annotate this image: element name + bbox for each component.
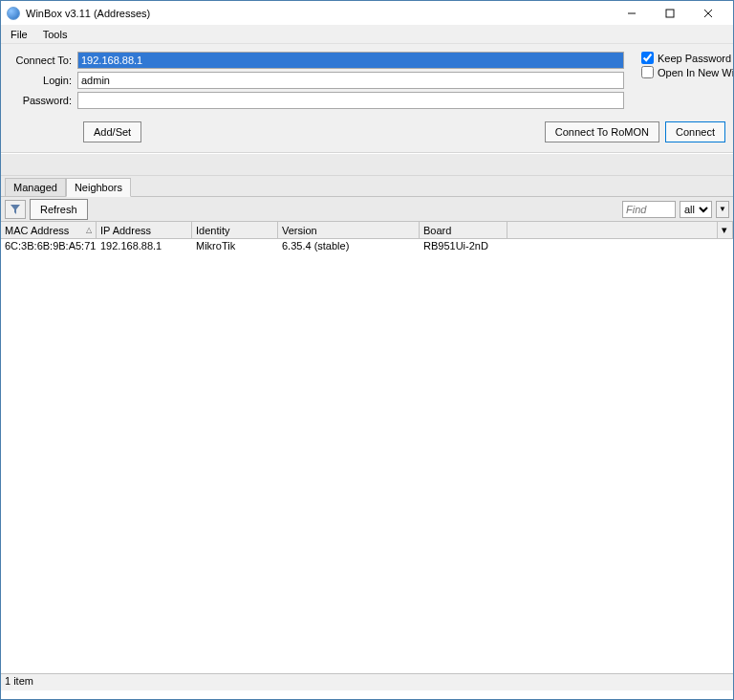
scope-combo[interactable]: all — [680, 201, 712, 218]
table-row[interactable]: 6C:3B:6B:9B:A5:71 192.168.88.1 MikroTik … — [1, 239, 733, 254]
col-ip[interactable]: IP Address — [97, 222, 192, 238]
open-new-window-checkbox[interactable]: Open In New Window — [641, 66, 734, 78]
menu-file[interactable]: File — [5, 27, 33, 42]
password-label: Password: — [9, 95, 77, 106]
app-icon — [7, 7, 20, 20]
tab-managed[interactable]: Managed — [5, 178, 66, 197]
sort-asc-icon: △ — [86, 226, 92, 234]
connect-button[interactable]: Connect — [665, 121, 725, 142]
cell-identity: MikroTik — [192, 239, 278, 254]
window-title: WinBox v3.11 (Addresses) — [26, 8, 613, 19]
col-menu-icon[interactable]: ▾ — [718, 222, 733, 238]
tabs: Managed Neighbors — [1, 176, 733, 197]
password-input[interactable] — [77, 92, 624, 109]
connect-to-input[interactable] — [77, 52, 624, 69]
col-mac[interactable]: MAC Address△ — [1, 222, 97, 238]
login-input[interactable] — [77, 72, 624, 89]
status-bar: 1 item — [1, 673, 733, 690]
cell-version: 6.35.4 (stable) — [278, 239, 420, 254]
find-input[interactable] — [622, 201, 676, 218]
login-label: Login: — [9, 75, 77, 86]
cell-board: RB951Ui-2nD — [420, 239, 507, 254]
status-count: 1 item — [5, 675, 33, 687]
keep-password-checkbox[interactable]: Keep Password — [641, 52, 734, 64]
add-set-button[interactable]: Add/Set — [83, 121, 141, 142]
table-body: 6C:3B:6B:9B:A5:71 192.168.88.1 MikroTik … — [1, 239, 733, 673]
connect-form: Connect To: Login: Password: Keep Passwo… — [1, 44, 733, 153]
separator — [1, 153, 733, 176]
svg-rect-1 — [666, 10, 674, 17]
refresh-button[interactable]: Refresh — [30, 199, 88, 220]
open-new-window-check[interactable] — [641, 66, 654, 78]
connect-romon-button[interactable]: Connect To RoMON — [545, 121, 659, 142]
menubar: File Tools — [1, 25, 733, 44]
connect-to-label: Connect To: — [9, 55, 77, 66]
table-header: MAC Address△ IP Address Identity Version… — [1, 222, 733, 239]
minimize-button[interactable] — [613, 1, 651, 25]
maximize-button[interactable] — [651, 1, 689, 25]
cell-ip: 192.168.88.1 — [97, 239, 192, 254]
cell-mac: 6C:3B:6B:9B:A5:71 — [1, 239, 97, 254]
col-spacer — [507, 222, 718, 238]
col-board[interactable]: Board — [420, 222, 507, 238]
table-toolbar: Refresh all ▼ — [1, 197, 733, 222]
menu-tools[interactable]: Tools — [37, 27, 74, 42]
col-version[interactable]: Version — [278, 222, 420, 238]
keep-password-check[interactable] — [641, 52, 654, 64]
titlebar: WinBox v3.11 (Addresses) — [1, 1, 733, 25]
filter-dropdown-icon[interactable]: ▼ — [716, 201, 729, 218]
filter-icon[interactable] — [5, 200, 26, 219]
col-identity[interactable]: Identity — [192, 222, 278, 238]
tab-neighbors[interactable]: Neighbors — [66, 178, 131, 197]
close-button[interactable] — [689, 1, 727, 25]
